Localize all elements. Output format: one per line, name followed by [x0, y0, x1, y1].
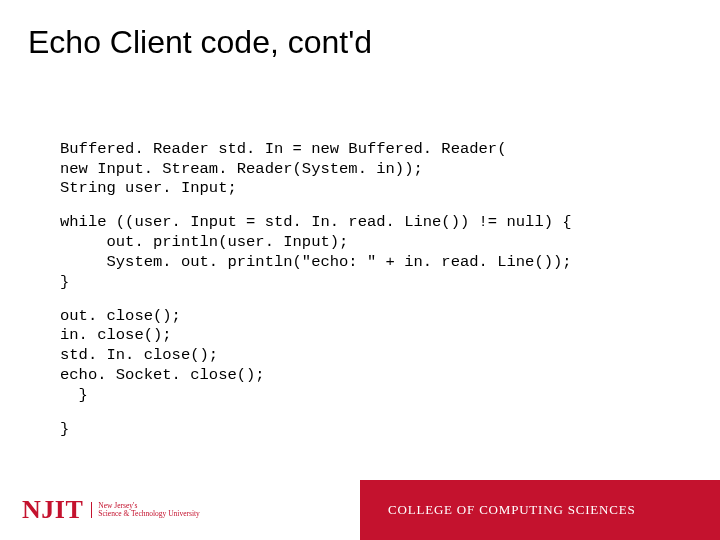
code-line: String user. Input; — [60, 179, 237, 197]
code-line: std. In. close(); — [60, 346, 218, 364]
code-line: while ((user. Input = std. In. read. Lin… — [60, 213, 572, 231]
code-line: } — [60, 386, 88, 404]
code-line: new Input. Stream. Reader(System. in)); — [60, 160, 423, 178]
code-line: } — [60, 420, 69, 438]
footer: NJIT New Jersey's Science & Technology U… — [0, 480, 720, 540]
code-line: in. close(); — [60, 326, 172, 344]
college-name: COLLEGE OF COMPUTING SCIENCES — [388, 502, 635, 518]
code-block: Buffered. Reader std. In = new Buffered.… — [60, 120, 572, 459]
slide: Echo Client code, cont'd Buffered. Reade… — [0, 0, 720, 540]
code-line: System. out. println("echo: " + in. read… — [60, 253, 572, 271]
njit-sub-line: Science & Technology University — [98, 510, 200, 518]
footer-right: COLLEGE OF COMPUTING SCIENCES — [360, 480, 720, 540]
code-line: out. close(); — [60, 307, 181, 325]
njit-logo-block: NJIT New Jersey's Science & Technology U… — [22, 497, 200, 523]
slide-title: Echo Client code, cont'd — [28, 24, 372, 61]
code-line: } — [60, 273, 69, 291]
njit-subtext: New Jersey's Science & Technology Univer… — [91, 502, 200, 518]
code-line: echo. Socket. close(); — [60, 366, 265, 384]
code-line: Buffered. Reader std. In = new Buffered.… — [60, 140, 506, 158]
njit-logo-text: NJIT — [22, 497, 83, 523]
code-line: out. println(user. Input); — [60, 233, 348, 251]
footer-left: NJIT New Jersey's Science & Technology U… — [0, 480, 360, 540]
